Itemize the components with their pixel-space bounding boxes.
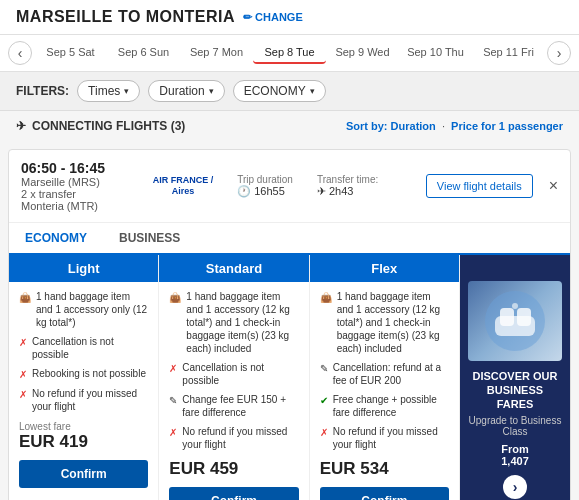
rebook-icon-0: ✗ bbox=[19, 368, 27, 381]
fare-light: Light 👜 1 hand baggage item and 1 access… bbox=[9, 255, 159, 500]
fare-flex-feature-3: ✗ No refund if you missed your flight bbox=[320, 425, 449, 451]
date-tab-5[interactable]: Sep 10 Thu bbox=[399, 42, 472, 64]
cancel-icon-2: ✎ bbox=[320, 362, 328, 375]
view-details-button[interactable]: View flight details bbox=[426, 174, 533, 198]
flight-times: 06:50 - 16:45 bbox=[21, 160, 105, 176]
date-tab-6[interactable]: Sep 11 Fri bbox=[472, 42, 545, 64]
section-header: ✈ CONNECTING FLIGHTS (3) Sort by: Durati… bbox=[0, 111, 579, 141]
times-chevron-icon: ▾ bbox=[124, 86, 129, 96]
flight-stops: 2 x transfer bbox=[21, 188, 105, 200]
fare-standard-feature-2: ✎ Change fee EUR 150 + fare difference bbox=[169, 393, 298, 419]
airline-logo: AIR FRANCE / Aires bbox=[153, 175, 214, 197]
business-promo-subtitle: Upgrade to Business Class bbox=[468, 415, 562, 437]
refund-icon-2: ✗ bbox=[320, 426, 328, 439]
flight-dest: Monteria (MTR) bbox=[21, 200, 105, 212]
flight-card: 06:50 - 16:45 Marseille (MRS) 2 x transf… bbox=[8, 149, 571, 500]
duration-filter[interactable]: Duration ▾ bbox=[148, 80, 224, 102]
fare-flex-feature-2: ✔ Free change + possible fare difference bbox=[320, 393, 449, 419]
flight-origin: Marseille (MRS) bbox=[21, 176, 105, 188]
close-button[interactable]: × bbox=[549, 177, 558, 195]
confirm-light-button[interactable]: Confirm bbox=[19, 460, 148, 488]
business-promo-panel: DISCOVER OUR BUSINESS FARES Upgrade to B… bbox=[460, 255, 570, 500]
sort-value: Duration bbox=[391, 120, 436, 132]
business-seat-illustration bbox=[480, 286, 550, 356]
fare-light-feature-0: 👜 1 hand baggage item and 1 accessory on… bbox=[19, 290, 148, 329]
duration-clock-icon: 🕐 bbox=[237, 185, 251, 197]
baggage-icon-1: 👜 bbox=[169, 291, 181, 304]
fare-light-feature-1: ✗ Cancellation is not possible bbox=[19, 335, 148, 361]
baggage-icon-0: 👜 bbox=[19, 291, 31, 304]
next-date-button[interactable]: › bbox=[547, 41, 571, 65]
date-tab-3[interactable]: Sep 8 Tue bbox=[253, 42, 326, 64]
fare-light-price: EUR 419 bbox=[19, 432, 148, 452]
date-tab-1[interactable]: Sep 6 Sun bbox=[107, 42, 180, 64]
flight-transfer: Transfer time: ✈ 2h43 bbox=[317, 174, 378, 198]
confirm-flex-button[interactable]: Confirm bbox=[320, 487, 449, 500]
business-promo-image bbox=[468, 281, 562, 361]
transfer-plane-icon: ✈ bbox=[317, 185, 326, 197]
fare-flex-feature-1: ✎ Cancellation: refund at a fee of EUR 2… bbox=[320, 361, 449, 387]
flight-route: 06:50 - 16:45 Marseille (MRS) 2 x transf… bbox=[21, 160, 105, 212]
cancel-icon-1: ✗ bbox=[169, 362, 177, 375]
change-link[interactable]: ✏ CHANGE bbox=[243, 11, 303, 24]
fare-light-header: Light bbox=[9, 255, 158, 282]
date-tabs: Sep 5 Sat Sep 6 Sun Sep 7 Mon Sep 8 Tue … bbox=[34, 42, 545, 64]
business-promo-price: From 1,407 bbox=[501, 443, 529, 467]
date-navigation: ‹ Sep 5 Sat Sep 6 Sun Sep 7 Mon Sep 8 Tu… bbox=[0, 35, 579, 72]
flight-header: 06:50 - 16:45 Marseille (MRS) 2 x transf… bbox=[9, 150, 570, 223]
date-tab-2[interactable]: Sep 7 Mon bbox=[180, 42, 253, 64]
svg-rect-2 bbox=[500, 308, 514, 326]
fare-light-price-label: Lowest fare bbox=[19, 421, 148, 432]
tab-economy[interactable]: ECONOMY bbox=[9, 223, 103, 255]
fare-flex-header: Flex bbox=[310, 255, 459, 282]
fare-standard-feature-1: ✗ Cancellation is not possible bbox=[169, 361, 298, 387]
fare-options: Light 👜 1 hand baggage item and 1 access… bbox=[9, 255, 570, 500]
fare-flex-feature-0: 👜 1 hand baggage item and 1 accessory (1… bbox=[320, 290, 449, 355]
date-tab-0[interactable]: Sep 5 Sat bbox=[34, 42, 107, 64]
change-icon-1: ✎ bbox=[169, 394, 177, 407]
date-tab-4[interactable]: Sep 9 Wed bbox=[326, 42, 399, 64]
filters-label: FILTERS: bbox=[16, 84, 69, 98]
refund-icon-0: ✗ bbox=[19, 388, 27, 401]
header: MARSEILLE TO MONTERIA ✏ CHANGE bbox=[0, 0, 579, 35]
fare-tabs: ECONOMY BUSINESS bbox=[9, 223, 570, 255]
prev-date-button[interactable]: ‹ bbox=[8, 41, 32, 65]
business-promo-arrow-button[interactable]: › bbox=[503, 475, 527, 499]
cancel-icon-0: ✗ bbox=[19, 336, 27, 349]
flight-duration: Trip duration 🕐 16h55 bbox=[237, 174, 293, 198]
confirm-standard-button[interactable]: Confirm bbox=[169, 487, 298, 500]
flight-airline: AIR FRANCE / Aires bbox=[153, 175, 214, 197]
pencil-icon: ✏ bbox=[243, 11, 252, 24]
filters-bar: FILTERS: Times ▾ Duration ▾ ECONOMY ▾ bbox=[0, 72, 579, 111]
fare-light-feature-2: ✗ Rebooking is not possible bbox=[19, 367, 148, 381]
economy-chevron-icon: ▾ bbox=[310, 86, 315, 96]
change-icon-2: ✔ bbox=[320, 394, 328, 407]
fare-standard-header: Standard bbox=[159, 255, 308, 282]
plane-icon: ✈ bbox=[16, 119, 26, 133]
economy-filter[interactable]: ECONOMY ▾ bbox=[233, 80, 326, 102]
fare-flex: Flex 👜 1 hand baggage item and 1 accesso… bbox=[310, 255, 460, 500]
fare-standard-feature-0: 👜 1 hand baggage item and 1 accessory (1… bbox=[169, 290, 298, 355]
fare-flex-price: EUR 534 bbox=[320, 459, 449, 479]
fare-light-feature-3: ✗ No refund if you missed your flight bbox=[19, 387, 148, 413]
business-promo-title: DISCOVER OUR BUSINESS FARES bbox=[468, 369, 562, 412]
change-label: CHANGE bbox=[255, 11, 303, 23]
fare-standard-price: EUR 459 bbox=[169, 459, 298, 479]
svg-point-4 bbox=[512, 303, 518, 309]
connecting-flights-title: ✈ CONNECTING FLIGHTS (3) bbox=[16, 119, 185, 133]
duration-chevron-icon: ▾ bbox=[209, 86, 214, 96]
price-label: Price for 1 passenger bbox=[451, 120, 563, 132]
refund-icon-1: ✗ bbox=[169, 426, 177, 439]
header-title: MARSEILLE TO MONTERIA bbox=[16, 8, 235, 26]
svg-rect-3 bbox=[517, 308, 531, 326]
times-filter[interactable]: Times ▾ bbox=[77, 80, 140, 102]
sort-info: Sort by: Duration · Price for 1 passenge… bbox=[346, 120, 563, 132]
tab-business[interactable]: BUSINESS bbox=[103, 223, 196, 255]
fare-standard: Standard 👜 1 hand baggage item and 1 acc… bbox=[159, 255, 309, 500]
baggage-icon-2: 👜 bbox=[320, 291, 332, 304]
fare-standard-feature-3: ✗ No refund if you missed your flight bbox=[169, 425, 298, 451]
